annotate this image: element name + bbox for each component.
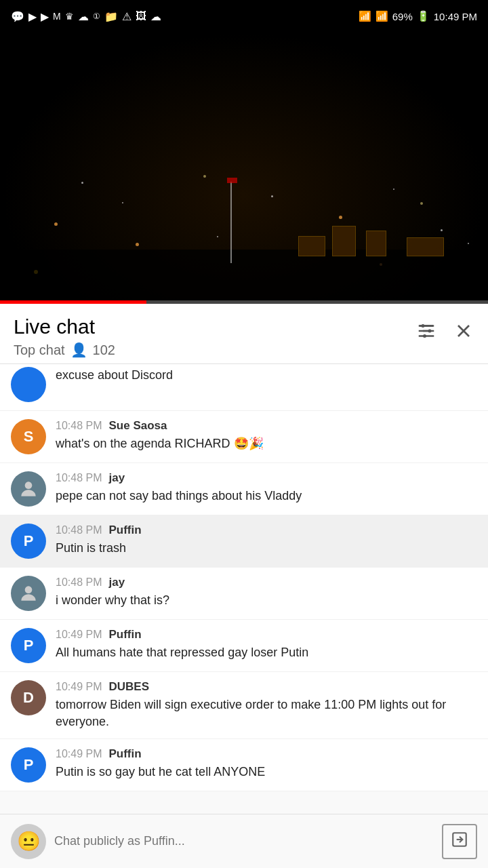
chat-message: 10:48 PM jay i wonder why that is? (0, 568, 488, 620)
youtube-icon2: ▶ (41, 10, 49, 23)
message-content: 10:49 PM Puffin All humans hate that rep… (56, 628, 477, 661)
battery-percent: 69% (392, 11, 413, 22)
chat-header-left: Live chat Top chat 👤 102 (14, 315, 115, 358)
message-author: jay (108, 576, 125, 589)
avatar: S (11, 419, 46, 454)
chat-message: P 10:48 PM Puffin Putin is trash (0, 515, 488, 568)
message-icon: 💬 (11, 10, 24, 23)
message-meta: 10:48 PM jay (56, 576, 477, 589)
message-text: pepe can not say bad things about his Vl… (56, 488, 477, 505)
message-meta: 10:48 PM Puffin (56, 524, 477, 537)
close-chat-button[interactable] (453, 320, 474, 342)
message-text: i wonder why that is? (56, 592, 477, 609)
send-icon (451, 831, 468, 852)
warning-icon: ⚠ (122, 10, 131, 23)
city-lights (0, 33, 488, 304)
svg-point-9 (428, 330, 432, 333)
chat-input-bar: 😐 (0, 814, 488, 868)
message-content: 10:48 PM Puffin Putin is trash (56, 524, 477, 557)
avatar-letter: P (24, 532, 34, 550)
message-text: what's on the agenda RICHARD 🤩🎉 (56, 435, 477, 452)
avatar (11, 471, 46, 507)
svg-point-8 (422, 324, 425, 328)
send-message-button[interactable] (442, 824, 477, 859)
chat-subtitle: Top chat 👤 102 (14, 342, 115, 358)
cloud2-icon: ☁ (150, 10, 161, 23)
message-time: 10:49 PM (56, 748, 102, 760)
avatar: P (11, 628, 46, 663)
wifi-icon: 📶 (359, 10, 371, 22)
message-content: excuse about Discord (56, 367, 477, 384)
chat-message: 10:48 PM jay pepe can not say bad things… (0, 463, 488, 515)
status-bar: 💬 ▶ ▶ M ♛ ☁ ① 📁 ⚠ 🖼 ☁ 📶 📶 69% 🔋 10:49 PM (0, 0, 488, 33)
message-meta: 10:49 PM DUBES (56, 680, 477, 694)
message-text: Putin is trash (56, 540, 477, 557)
crown-icon: ♛ (65, 11, 74, 22)
avatar: P (11, 524, 46, 559)
message-time: 10:49 PM (56, 681, 102, 693)
svg-point-10 (423, 334, 426, 338)
message-content: 10:48 PM Sue Saosa what's on the agenda … (56, 419, 477, 452)
message-content: 10:48 PM jay i wonder why that is? (56, 576, 477, 609)
chat-message: D 10:49 PM DUBES tomorrow Biden will sig… (0, 672, 488, 739)
avatar: P (11, 747, 46, 783)
video-frame (0, 33, 488, 304)
avatar-letter: P (24, 756, 34, 774)
message-text: All humans hate that repressed gay loser… (56, 644, 477, 661)
clock: 10:49 PM (434, 11, 477, 22)
message-text: excuse about Discord (56, 368, 173, 382)
svg-point-14 (25, 586, 33, 593)
message-time: 10:48 PM (56, 420, 102, 432)
message-author: Sue Saosa (108, 419, 167, 433)
video-progress-fill (0, 300, 146, 304)
message-content: 10:48 PM jay pepe can not say bad things… (56, 471, 477, 505)
emoji-button[interactable]: 😐 (11, 824, 46, 859)
status-right: 📶 📶 69% 🔋 10:49 PM (359, 10, 477, 22)
chat-message: P 10:49 PM Puffin All humans hate that r… (0, 620, 488, 672)
chat-messages-list: excuse about Discord S 10:48 PM Sue Saos… (0, 364, 488, 852)
notification-icons: 💬 ▶ ▶ M ♛ ☁ ① 📁 ⚠ 🖼 ☁ (11, 10, 161, 23)
youtube-icon: ▶ (28, 10, 37, 23)
message-author: Puffin (108, 524, 141, 537)
chat-input[interactable] (54, 824, 434, 859)
signal-icon: 📶 (375, 10, 388, 22)
chat-message: S 10:48 PM Sue Saosa what's on the agend… (0, 411, 488, 463)
avatar-letter: S (24, 428, 34, 446)
live-chat-panel: Live chat Top chat 👤 102 (0, 304, 488, 868)
message-time: 10:49 PM (56, 629, 102, 641)
message-content: 10:49 PM DUBES tomorrow Biden will sign … (56, 680, 477, 730)
chat-message-partial: excuse about Discord (0, 364, 488, 411)
message-meta: 10:49 PM Puffin (56, 628, 477, 642)
emoji-icon: 😐 (17, 830, 41, 852)
avatar (11, 576, 46, 611)
message-author: Puffin (108, 628, 141, 642)
message-time: 10:48 PM (56, 524, 102, 536)
message-meta: 10:48 PM jay (56, 471, 477, 485)
message-meta: 10:49 PM Puffin (56, 747, 477, 761)
chat-title: Live chat (14, 315, 115, 339)
message-time: 10:48 PM (56, 576, 102, 589)
viewer-count: 102 (93, 342, 115, 358)
top-chat-label: Top chat (14, 342, 65, 358)
filter-button[interactable] (416, 321, 436, 341)
avatar: D (11, 680, 46, 715)
battery-icon: 🔋 (417, 10, 430, 22)
chat-header-actions (416, 315, 474, 342)
avatar (11, 367, 46, 402)
avatar-letter: P (24, 637, 34, 654)
mastodon-icon: M (53, 11, 61, 22)
message-author: Puffin (108, 747, 141, 761)
cloud-icon: ☁ (78, 10, 89, 23)
image-icon: 🖼 (136, 10, 146, 22)
chat-message: P 10:49 PM Puffin Putin is so gay but he… (0, 739, 488, 791)
avatar-letter: D (23, 689, 34, 707)
message-meta: 10:48 PM Sue Saosa (56, 419, 477, 433)
viewer-icon: 👤 (70, 342, 87, 358)
video-player[interactable] (0, 33, 488, 304)
message-author: jay (108, 471, 125, 485)
video-progress-bar[interactable] (0, 300, 488, 304)
svg-point-13 (25, 481, 33, 489)
number-icon: ① (93, 12, 100, 21)
message-author: DUBES (108, 680, 149, 694)
message-content: 10:49 PM Puffin Putin is so gay but he c… (56, 747, 477, 781)
